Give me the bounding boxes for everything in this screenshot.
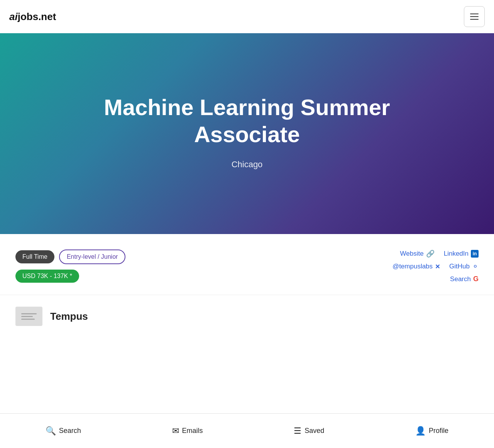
job-details-section: Full Time Entry-level / Junior USD 73K -…: [0, 234, 494, 295]
job-title: Machine Learning Summer Associate: [73, 94, 421, 148]
linkedin-link[interactable]: LinkedIn in: [444, 250, 479, 258]
header: aijobs.net: [0, 0, 494, 33]
company-logo-lines: [21, 313, 37, 320]
nav-search[interactable]: 🔍 Search: [34, 422, 93, 440]
bottom-navigation: 🔍 Search ✉ Emails ☰ Saved 👤 Profile: [0, 413, 494, 448]
hamburger-line-2: [470, 16, 479, 17]
profile-icon: 👤: [415, 426, 426, 436]
links-row-1: Website 🔗 LinkedIn in: [400, 249, 479, 258]
google-search-label: Search: [450, 275, 471, 283]
twitter-icon: ✕: [435, 263, 440, 270]
github-link[interactable]: GitHub ⚬: [449, 262, 479, 271]
emails-nav-label: Emails: [182, 427, 203, 435]
logo-line-3: [21, 319, 35, 320]
logo-ai: ai: [9, 11, 18, 22]
salary-row: USD 73K - 137K *: [15, 270, 79, 283]
search-icon: 🔍: [46, 426, 56, 436]
github-icon: ⚬: [472, 262, 479, 271]
linkedin-icon: in: [471, 250, 479, 258]
google-icon: G: [473, 275, 479, 283]
nav-emails[interactable]: ✉ Emails: [161, 422, 215, 440]
nav-saved[interactable]: ☰ Saved: [282, 422, 336, 440]
full-time-tag: Full Time: [15, 250, 54, 263]
level-tag: Entry-level / Junior: [59, 249, 126, 264]
company-name: Tempus: [50, 311, 88, 322]
linkedin-link-label: LinkedIn: [444, 250, 469, 258]
website-link-icon: 🔗: [426, 249, 435, 258]
hamburger-button[interactable]: [464, 6, 485, 27]
website-link[interactable]: Website 🔗: [400, 249, 435, 258]
nav-profile[interactable]: 👤 Profile: [404, 422, 460, 440]
company-logo: [15, 307, 42, 326]
email-icon: ✉: [172, 426, 179, 436]
company-links: Website 🔗 LinkedIn in @tempuslabs ✕ GitH…: [392, 249, 479, 283]
logo[interactable]: aijobs.net: [9, 11, 56, 23]
job-tags: Full Time Entry-level / Junior USD 73K -…: [15, 249, 125, 283]
website-link-label: Website: [400, 250, 424, 258]
saved-icon: ☰: [294, 426, 301, 436]
hamburger-line-3: [470, 19, 479, 20]
hero-section: Machine Learning Summer Associate Chicag…: [0, 33, 494, 234]
profile-nav-label: Profile: [429, 427, 448, 435]
links-row-2: @tempuslabs ✕ GitHub ⚬: [392, 262, 479, 271]
logo-line-1: [21, 313, 37, 314]
saved-nav-label: Saved: [305, 427, 324, 435]
links-row-3: Search G: [450, 275, 479, 283]
google-search-link[interactable]: Search G: [450, 275, 479, 283]
hamburger-line-1: [470, 14, 479, 14]
logo-rest: jobs.net: [18, 11, 56, 22]
job-type-row: Full Time Entry-level / Junior: [15, 249, 125, 264]
search-nav-label: Search: [59, 427, 81, 435]
twitter-link[interactable]: @tempuslabs ✕: [392, 263, 440, 270]
salary-tag: USD 73K - 137K *: [15, 270, 79, 283]
job-location: Chicago: [232, 160, 263, 170]
github-link-label: GitHub: [449, 263, 470, 270]
company-section: Tempus: [0, 295, 494, 338]
logo-line-2: [21, 316, 33, 317]
twitter-link-label: @tempuslabs: [392, 263, 433, 270]
